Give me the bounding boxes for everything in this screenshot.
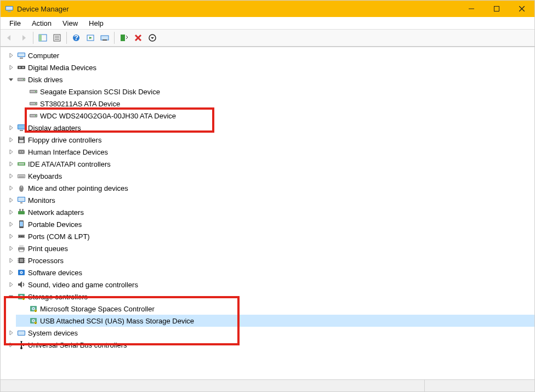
content-area: ComputerDigital Media DevicesDisk drives…	[1, 47, 534, 379]
update-driver-button[interactable]	[117, 31, 130, 44]
chevron-down-icon[interactable]	[7, 76, 15, 83]
tree-item-label: Universal Serial Bus controllers	[28, 341, 127, 349]
chevron-right-icon[interactable]	[7, 160, 15, 168]
tree-item-label: WDC WDS240G2G0A-00JH30 ATA Device	[40, 112, 176, 120]
maximize-button[interactable]	[484, 1, 509, 17]
tree-item[interactable]: System devices	[4, 327, 534, 339]
chevron-right-icon[interactable]	[7, 232, 15, 240]
tree-item[interactable]: Ports (COM & LPT)	[4, 230, 534, 242]
network-icon	[17, 208, 26, 217]
chevron-right-icon[interactable]	[7, 257, 15, 264]
back-button	[3, 31, 16, 44]
tree-item[interactable]: Computer	[4, 49, 534, 61]
tree-item[interactable]: Keyboards	[4, 170, 534, 182]
tree-item[interactable]: Floppy drive controllers	[4, 134, 534, 146]
tree-item[interactable]: Disk drives	[4, 73, 534, 86]
tree-item[interactable]: Software devices	[4, 266, 534, 279]
device-tree[interactable]: ComputerDigital Media DevicesDisk drives…	[1, 47, 534, 379]
chevron-right-icon[interactable]	[7, 220, 15, 228]
tree-item[interactable]: Processors	[4, 254, 534, 266]
tree-item[interactable]: Human Interface Devices	[4, 146, 534, 158]
svg-rect-1	[6, 7, 13, 10]
tree-item[interactable]: ST380211AS ATA Device	[16, 98, 534, 110]
svg-rect-40	[18, 125, 25, 129]
menu-view[interactable]: View	[57, 18, 83, 29]
menu-action[interactable]: Action	[26, 18, 57, 29]
chevron-right-icon[interactable]	[7, 196, 15, 204]
action-button[interactable]	[84, 31, 97, 44]
tree-item[interactable]: Monitors	[4, 194, 534, 206]
tree-item[interactable]: Storage controllers	[4, 291, 534, 303]
title-bar[interactable]: Device Manager	[1, 1, 534, 17]
toolbar-separator	[33, 32, 33, 44]
chevron-right-icon[interactable]	[7, 269, 15, 276]
tree-item[interactable]: Universal Serial Bus controllers	[4, 339, 534, 351]
tree-item[interactable]: Sound, video and game controllers	[4, 279, 534, 291]
svg-rect-17	[121, 35, 125, 41]
chevron-right-icon[interactable]	[7, 172, 15, 180]
scan-button[interactable]	[98, 31, 111, 44]
svg-point-47	[22, 151, 23, 152]
menu-help[interactable]: Help	[83, 18, 109, 29]
properties-button[interactable]	[50, 31, 64, 44]
tree-item[interactable]: Display adapters	[4, 122, 534, 134]
chevron-right-icon[interactable]	[7, 245, 15, 252]
tree-item[interactable]: Mice and other pointing devices	[4, 182, 534, 194]
menu-file[interactable]: File	[4, 18, 26, 29]
tree-item[interactable]: USB Attached SCSI (UAS) Mass Storage Dev…	[16, 315, 534, 327]
svg-point-26	[22, 67, 24, 69]
tree-item-label: Seagate Expansion SCSI Disk Device	[40, 88, 160, 96]
uninstall-button[interactable]	[132, 31, 145, 44]
chevron-right-icon[interactable]	[7, 208, 15, 216]
svg-point-25	[19, 67, 21, 69]
tree-item[interactable]: Portable Devices	[4, 218, 534, 230]
chevron-right-icon[interactable]	[7, 281, 15, 288]
tree-item-label: Digital Media Devices	[28, 64, 96, 72]
tree-item-label: Keyboards	[28, 172, 62, 180]
chevron-right-icon[interactable]	[7, 329, 15, 337]
chevron-right-icon[interactable]	[7, 148, 15, 156]
chevron-right-icon[interactable]	[7, 136, 15, 144]
app-icon	[5, 4, 14, 13]
tree-item[interactable]: Print queues	[4, 242, 534, 254]
tree-item[interactable]: WDC WDS240G2G0A-00JH30 ATA Device	[16, 110, 534, 122]
svg-rect-2	[8, 11, 11, 12]
disk-icon	[17, 75, 26, 84]
toolbar-separator	[114, 32, 115, 44]
show-hide-tree-button[interactable]	[36, 31, 49, 44]
close-button[interactable]	[509, 1, 534, 17]
tree-item[interactable]: Microsoft Storage Spaces Controller	[16, 303, 534, 315]
chevron-right-icon[interactable]	[7, 64, 15, 71]
device-manager-window: Device Manager File Action View Help ? C…	[0, 0, 535, 392]
chevron-down-icon[interactable]	[7, 293, 15, 300]
svg-rect-45	[18, 150, 25, 154]
svg-rect-41	[20, 130, 23, 131]
tree-item[interactable]: IDE ATA/ATAPI controllers	[4, 158, 534, 170]
svg-rect-70	[19, 249, 24, 252]
minimize-button[interactable]	[459, 1, 484, 17]
chevron-right-icon[interactable]	[7, 124, 15, 132]
chevron-right-icon[interactable]	[7, 341, 15, 349]
ide-icon	[17, 160, 26, 168]
svg-point-84	[21, 296, 22, 297]
scan-for-changes-button[interactable]	[146, 31, 159, 44]
portable-icon	[17, 220, 26, 229]
tree-item[interactable]: Digital Media Devices	[4, 61, 534, 73]
svg-rect-63	[20, 221, 23, 226]
disk-icon	[29, 111, 38, 120]
tree-item[interactable]: Network adapters	[4, 206, 534, 218]
help-button[interactable]: ?	[70, 31, 83, 44]
svg-rect-60	[19, 209, 21, 211]
tree-item-label: Ports (COM & LPT)	[28, 232, 90, 241]
tree-item-label: ST380211AS ATA Device	[40, 100, 120, 108]
svg-rect-8	[39, 35, 42, 41]
chevron-right-icon[interactable]	[7, 52, 15, 59]
forward-button	[17, 31, 30, 44]
storage-icon	[17, 292, 26, 301]
tree-item[interactable]: Seagate Expansion SCSI Disk Device	[16, 86, 534, 98]
floppy-icon	[17, 135, 26, 144]
tree-item-label: System devices	[28, 329, 78, 337]
svg-point-46	[20, 151, 21, 152]
svg-rect-22	[18, 53, 25, 56]
chevron-right-icon[interactable]	[7, 184, 15, 192]
